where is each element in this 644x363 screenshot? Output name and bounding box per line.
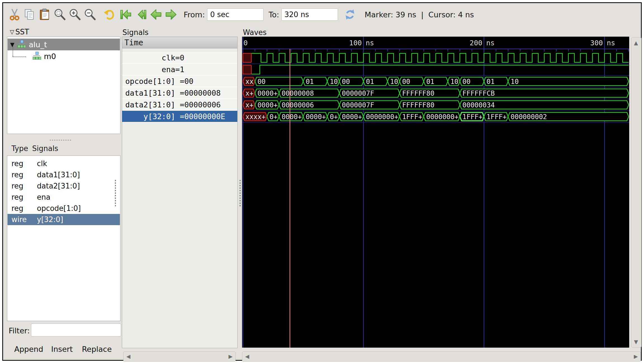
bus-value-label: 00000008 <box>281 89 314 97</box>
tree-node-alu_t[interactable]: ▼alu_t <box>8 39 120 50</box>
signal-value: =00000000E <box>175 112 225 121</box>
sst-header[interactable]: ▽ SST <box>9 28 29 36</box>
copy-icon[interactable] <box>22 7 37 22</box>
bus-value-label: FFFFFFCB <box>462 89 495 97</box>
signals-row-y[32:0][interactable]: y[32:0] =00000000E <box>122 111 237 122</box>
browser-row-ena[interactable]: regena <box>8 192 120 203</box>
zoom-undo-icon[interactable] <box>101 7 117 22</box>
marker-cursor-readout: Marker: 39 ns | Cursor: 4 ns <box>365 10 474 19</box>
bus-value-label: 1FFF+ <box>487 113 507 121</box>
browser-row-data2[31:0][interactable]: regdata2[31:0] <box>8 180 120 192</box>
filter-input[interactable] <box>31 324 121 336</box>
pane-handle-horizontal[interactable] <box>49 139 72 141</box>
signal-value: =0 <box>175 53 184 62</box>
paste-icon[interactable] <box>37 7 52 22</box>
module-icon <box>32 52 41 61</box>
filter-label: Filter: <box>9 326 30 335</box>
reload-icon[interactable] <box>342 7 357 22</box>
signals-row-clk[interactable]: clk=0 <box>122 52 237 64</box>
scroll-down-icon[interactable]: ▼ <box>634 339 638 345</box>
tree-node-m0[interactable]: m0 <box>8 50 120 62</box>
bus-value-label: 01 <box>366 78 374 86</box>
expander-icon[interactable]: ▼ <box>8 41 17 48</box>
append-button[interactable]: Append <box>14 345 43 353</box>
cut-icon[interactable] <box>7 7 22 22</box>
bus-value-label: 0+ <box>330 113 338 121</box>
signals-horizontal-scrollbar[interactable]: ◀ ▶ <box>123 352 236 362</box>
bus-value-label: 000000002 <box>511 113 547 121</box>
zoom-out-icon[interactable] <box>82 7 98 22</box>
browser-row-data1[31:0][interactable]: regdata1[31:0] <box>8 169 120 180</box>
browser-row-clk[interactable]: regclk <box>8 158 120 169</box>
toolbar: From: To: Marker: 39 ns | Cursor: 4 ns <box>3 3 641 26</box>
bus-value-label: 00 <box>462 78 470 86</box>
signal-value: =1 <box>175 65 184 74</box>
signal-name: y[32:0] <box>37 215 63 224</box>
zoom-in-icon[interactable] <box>67 7 82 22</box>
bus-value-label: 01 <box>426 78 434 86</box>
signals-panel: Time clk=0ena=1opcode[1:0] =00data1[31:0… <box>122 37 238 348</box>
x-state-block <box>243 53 251 62</box>
bus-value-label: FFFFFF80 <box>402 89 435 97</box>
timescale-label: 300 <box>590 39 603 47</box>
browser-row-y[32:0][interactable]: wirey[32:0] <box>8 214 120 225</box>
scroll-left-icon[interactable]: ◀ <box>126 354 131 359</box>
column-header-type: Type <box>11 144 28 153</box>
signals-row-data2[31:0][interactable]: data2[31:0] =00000006 <box>122 99 237 111</box>
bus-value-label: 0000000+ <box>426 113 459 121</box>
signal-type: wire <box>11 215 32 224</box>
signal-type: reg <box>11 193 32 201</box>
signals-row-ena[interactable]: ena=1 <box>122 64 237 76</box>
pane-handle-left[interactable] <box>115 179 117 207</box>
signal-label: data1[31:0] <box>122 89 175 97</box>
waves-horizontal-scrollbar[interactable]: ◀ ▶ <box>242 352 641 362</box>
to-input[interactable] <box>281 8 338 21</box>
sst-expander-icon[interactable]: ▽ <box>9 29 15 35</box>
shift-left-icon[interactable] <box>148 7 164 22</box>
bus-value-label: 0000+ <box>342 113 362 121</box>
signal-name: clk <box>37 159 47 168</box>
bus-value-label: 1FFF+ <box>402 113 422 121</box>
scroll-right-icon[interactable]: ▶ <box>634 354 638 359</box>
sst-title: SST <box>15 28 29 36</box>
wave-row-data1[31:0]: x+0000+000000080000007FFFFFFF80FFFFFFCB <box>242 89 629 99</box>
signal-label: y[32:0] <box>122 112 175 121</box>
module-icon <box>17 40 26 49</box>
bus-value-label: 01 <box>306 78 314 86</box>
scroll-left-icon[interactable]: ◀ <box>245 354 249 359</box>
bus-segment <box>508 77 629 86</box>
signals-row-opcode[1:0][interactable]: opcode[1:0] =00 <box>122 76 237 87</box>
bus-value-label: x+ <box>245 101 254 109</box>
browser-row-opcode[1:0][interactable]: regopcode[1:0] <box>8 203 120 214</box>
signal-name: opcode[1:0] <box>37 204 81 213</box>
scroll-up-icon[interactable]: ▲ <box>634 40 638 46</box>
signal-type: reg <box>11 171 32 179</box>
wave-row-data2[31:0]: x+0000+000000060000007FFFFFFF8000000034 <box>242 101 629 111</box>
bus-value-label: 0+ <box>269 113 278 121</box>
scroll-right-icon[interactable]: ▶ <box>228 354 233 359</box>
bus-value-label: 0000000+ <box>366 113 398 121</box>
waveform-canvas[interactable]: 0100ns200ns300nsxx0001100001100001100001… <box>242 37 629 348</box>
signal-label: clk <box>122 53 175 62</box>
replace-button[interactable]: Replace <box>82 345 112 353</box>
timescale-unit: ns <box>607 39 615 47</box>
pane-handle-middle[interactable] <box>239 179 241 207</box>
zoom-fit-icon[interactable] <box>52 7 67 22</box>
signals-row-data1[31:0][interactable]: data1[31:0] =00000008 <box>122 87 237 99</box>
goto-end-icon[interactable] <box>133 7 148 22</box>
bus-value-label: 01 <box>487 78 495 86</box>
insert-button[interactable]: Insert <box>51 345 73 353</box>
signal-label: ena <box>122 65 175 74</box>
waves-area[interactable]: 0100ns200ns300nsxx0001100001100001100001… <box>242 37 629 348</box>
from-input[interactable] <box>207 8 264 21</box>
bus-value-label: 0000+ <box>257 89 278 97</box>
signal-value: =00 <box>175 77 193 86</box>
bus-value-label: 0000+ <box>306 113 326 121</box>
shift-right-icon[interactable] <box>164 7 179 22</box>
time-header[interactable]: Time <box>122 37 237 48</box>
goto-start-icon[interactable] <box>118 7 133 22</box>
waves-vertical-scrollbar[interactable]: ▲ ▼ <box>631 37 641 348</box>
signal-value: =00000006 <box>175 100 221 109</box>
signal-browser-list: regclkregdata1[31:0]regdata2[31:0]regena… <box>7 155 120 321</box>
bus-value-label: 00 <box>257 78 266 86</box>
